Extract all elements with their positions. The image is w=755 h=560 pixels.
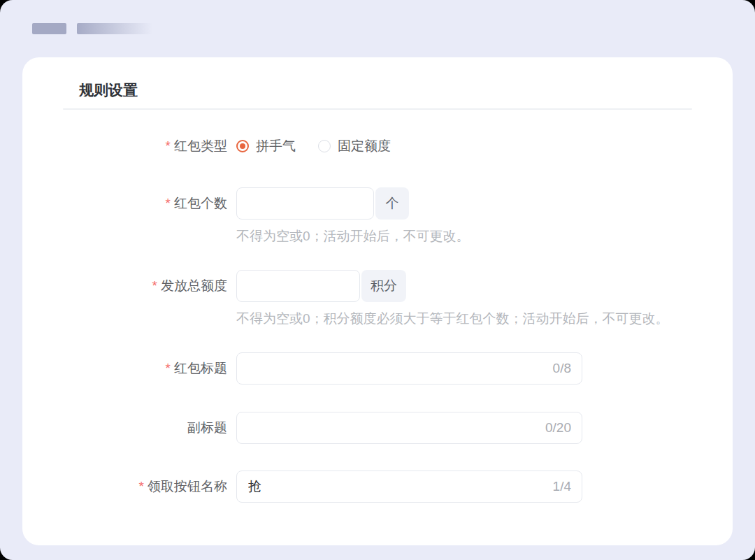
claim-button-name-input[interactable] xyxy=(236,471,582,503)
required-asterisk: * xyxy=(166,361,171,375)
field-label-text: 红包标题 xyxy=(174,361,227,375)
field-label: 副标题 xyxy=(63,412,236,444)
required-asterisk: * xyxy=(139,479,144,494)
field-label-text: 领取按钮名称 xyxy=(148,479,227,494)
field-label-text: 发放总额度 xyxy=(161,278,227,293)
skeleton-bar-gradient xyxy=(77,23,152,34)
help-text: 不得为空或0；积分额度必须大于等于红包个数；活动开始后，不可更改。 xyxy=(236,310,669,327)
packet-count-input[interactable] xyxy=(236,187,374,220)
unit-suffix: 个 xyxy=(375,187,409,220)
field-subtitle: 副标题 0/20 xyxy=(63,412,692,444)
claim-button-name-control: 1/4 xyxy=(236,471,582,503)
radio-label: 拼手气 xyxy=(256,137,296,155)
breadcrumb-skeleton xyxy=(0,0,755,34)
radio-option-fixed[interactable]: 固定额度 xyxy=(318,137,391,155)
field-total-amount: *发放总额度 积分 不得为空或0；积分额度必须大于等于红包个数；活动开始后，不可… xyxy=(63,270,692,327)
field-label: *红包类型 xyxy=(63,138,236,155)
packet-type-radio-group: 拼手气 固定额度 xyxy=(236,138,391,155)
required-asterisk: * xyxy=(166,138,171,153)
field-label: *红包标题 xyxy=(63,352,236,385)
field-claim-button-name: *领取按钮名称 1/4 xyxy=(63,471,692,503)
radio-selected-icon[interactable] xyxy=(236,140,249,152)
field-label: *领取按钮名称 xyxy=(63,471,236,503)
total-amount-control: 积分 不得为空或0；积分额度必须大于等于红包个数；活动开始后，不可更改。 xyxy=(236,270,669,327)
field-label-text: 红包类型 xyxy=(174,138,227,153)
section-title: 规则设置 xyxy=(79,81,692,99)
field-label-text: 副标题 xyxy=(187,420,227,435)
packet-title-control: 0/8 xyxy=(236,352,582,385)
total-amount-input-group: 积分 xyxy=(236,270,669,302)
page: 规则设置 *红包类型 拼手气 固定额度 *红包个 xyxy=(0,0,755,560)
skeleton-bar xyxy=(32,23,66,34)
total-amount-input[interactable] xyxy=(236,270,360,302)
required-asterisk: * xyxy=(152,278,157,293)
rules-card: 规则设置 *红包类型 拼手气 固定额度 *红包个 xyxy=(22,57,733,545)
radio-option-lucky[interactable]: 拼手气 xyxy=(236,137,296,155)
field-packet-title: *红包标题 0/8 xyxy=(63,352,692,385)
required-asterisk: * xyxy=(166,196,171,210)
unit-suffix: 积分 xyxy=(361,270,406,302)
field-label: *发放总额度 xyxy=(63,270,236,302)
field-label: *红包个数 xyxy=(63,187,236,220)
field-packet-count: *红包个数 个 不得为空或0；活动开始后，不可更改。 xyxy=(63,187,692,245)
radio-label: 固定额度 xyxy=(338,137,391,155)
packet-title-input[interactable] xyxy=(236,352,582,385)
help-text: 不得为空或0；活动开始后，不可更改。 xyxy=(236,228,470,245)
subtitle-input[interactable] xyxy=(236,412,582,444)
field-label-text: 红包个数 xyxy=(174,196,227,210)
radio-unselected-icon[interactable] xyxy=(318,140,331,152)
field-packet-type: *红包类型 拼手气 固定额度 xyxy=(63,138,692,155)
subtitle-control: 0/20 xyxy=(236,412,582,444)
packet-count-control: 个 不得为空或0；活动开始后，不可更改。 xyxy=(236,187,470,245)
packet-count-input-group: 个 xyxy=(236,187,470,220)
rules-form: *红包类型 拼手气 固定额度 *红包个数 xyxy=(63,110,692,503)
